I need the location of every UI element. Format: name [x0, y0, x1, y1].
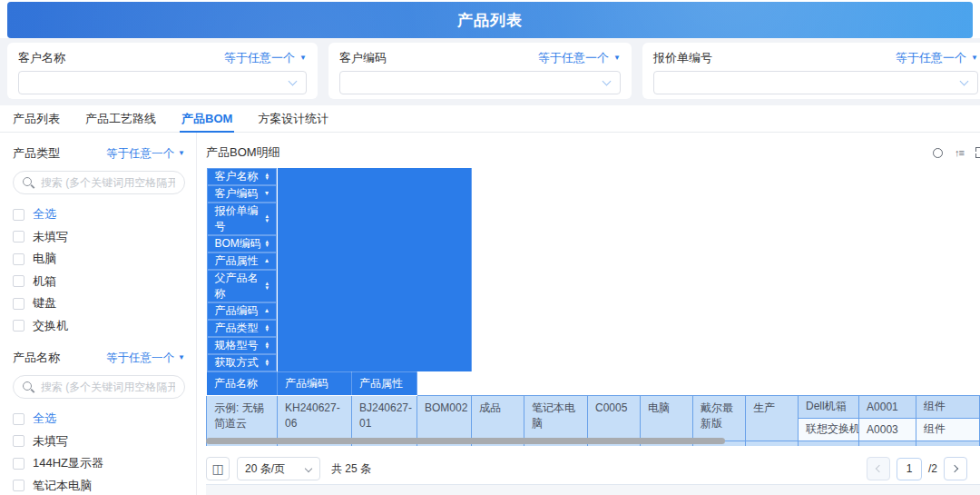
sort-asc-icon[interactable]: ▴: [265, 307, 269, 314]
child-table-cell: 组件: [916, 418, 980, 441]
option-label: 交换机: [33, 318, 68, 334]
tab-design-stats[interactable]: 方案设计统计: [258, 105, 328, 132]
sort-icon[interactable]: ▴▾: [265, 173, 269, 181]
filter-condition-dropdown[interactable]: 等于任意一个 ▼: [538, 50, 621, 66]
next-page-button[interactable]: [944, 457, 967, 480]
tab-product-list[interactable]: 产品列表: [13, 105, 60, 132]
bom-table-container: 客户名称▴▾客户编码▾报价单编号▴▾BOM编码▴▾产品属性▴父产品名称▴▾产品编…: [206, 167, 980, 446]
filter-condition-dropdown[interactable]: 等于任意一个 ▼: [224, 50, 307, 66]
sort-icon[interactable]: ▴▾: [265, 324, 269, 332]
checkbox[interactable]: [13, 231, 24, 243]
column-header[interactable]: 父产品名称▴▾: [207, 270, 278, 302]
sort-icon[interactable]: ▴▾: [265, 342, 269, 350]
checkbox[interactable]: [13, 413, 24, 425]
table-cell: 电脑: [641, 395, 693, 441]
filter-condition-dropdown[interactable]: 等于任意一个 ▼: [896, 50, 978, 66]
checkbox[interactable]: [13, 253, 24, 265]
option-label: 全选: [33, 206, 56, 223]
prev-page-button[interactable]: [867, 457, 890, 480]
child-table-cell: A0003: [859, 418, 916, 441]
fullscreen-icon[interactable]: [975, 147, 980, 158]
panel-footer-strip: [206, 484, 980, 495]
sort-icon[interactable]: ▴▾: [265, 359, 269, 367]
table-title: 产品BOM明细: [206, 144, 280, 161]
customer-name-select[interactable]: [18, 71, 307, 94]
column-header[interactable]: BOM编码▴▾: [207, 235, 278, 252]
checkbox-option[interactable]: 笔记本电脑: [13, 475, 185, 495]
content-area: 产品类型 等于任意一个 ▼ 全选未填写电脑机箱键盘交换机 产品名称 等于任意一个…: [0, 133, 980, 495]
chevron-right-icon: [950, 465, 957, 472]
filter-sidebar: 产品类型 等于任意一个 ▼ 全选未填写电脑机箱键盘交换机 产品名称 等于任意一个…: [0, 133, 196, 495]
column-header[interactable]: 报价单编号▴▾: [207, 203, 278, 235]
table-cell: 成品: [472, 395, 524, 441]
child-column-header[interactable]: 产品编码: [278, 371, 352, 395]
checkbox-option[interactable]: 全选: [13, 203, 185, 226]
option-label: 全选: [33, 411, 56, 427]
checkbox[interactable]: [13, 209, 24, 221]
customer-code-select[interactable]: [339, 71, 621, 94]
filter-strip: 客户名称 等于任意一个 ▼ 客户编码 等于任意一个 ▼ 报价单编号 等于任意一个: [0, 38, 980, 105]
section-condition-dropdown[interactable]: 等于任意一个 ▼: [106, 351, 185, 366]
column-header[interactable]: 产品属性▴: [207, 252, 278, 270]
tab-product-bom[interactable]: 产品BOM: [181, 105, 232, 132]
chevron-down-icon: [603, 77, 612, 86]
refresh-icon[interactable]: [933, 148, 943, 158]
product-name-options: 全选未填写144HZ显示器笔记本电脑雷蛇键盘雷蛇鼠标: [13, 408, 185, 495]
checkbox[interactable]: [13, 298, 24, 310]
column-header[interactable]: 客户名称▴▾: [207, 168, 278, 185]
filter-label: 报价单编号: [653, 50, 712, 66]
column-settings-button[interactable]: ◫: [206, 457, 230, 480]
search-input[interactable]: [41, 381, 175, 393]
product-type-search: [13, 171, 185, 194]
table-row: 示例: 无锡简道云KH240627-06BJ240627-01BOM002成品笔…: [207, 395, 980, 418]
checkbox-option[interactable]: 键盘: [13, 292, 185, 315]
column-header[interactable]: 客户编码▾: [207, 185, 278, 203]
sort-icon[interactable]: ▴▾: [265, 240, 269, 248]
caret-down-icon: ▼: [299, 54, 307, 62]
checkbox[interactable]: [13, 275, 24, 287]
checkbox-option[interactable]: 电脑: [13, 248, 185, 271]
chevron-down-icon: [960, 77, 969, 86]
checkbox-option[interactable]: 未填写: [13, 226, 185, 249]
checkbox-option[interactable]: 全选: [13, 408, 185, 431]
checkbox-option[interactable]: 144HZ显示器: [13, 452, 185, 475]
filter-card-customer-code: 客户编码 等于任意一个 ▼: [328, 43, 632, 99]
column-sort-icon[interactable]: ↑≡: [955, 148, 964, 158]
checkbox[interactable]: [13, 435, 24, 447]
sort-icon[interactable]: ▴▾: [265, 214, 269, 223]
page-size-select[interactable]: 20 条/页: [237, 457, 320, 480]
column-header[interactable]: 获取方式▴▾: [207, 354, 278, 371]
column-header[interactable]: 规格型号▴▾: [207, 337, 278, 354]
tab-process-route[interactable]: 产品工艺路线: [85, 105, 156, 132]
quote-number-select[interactable]: [653, 71, 978, 94]
pagination-bar: ◫ 20 条/页 共 25 条 /2: [206, 446, 980, 484]
filter-dropdown-icon[interactable]: ▾: [265, 190, 269, 197]
section-condition-dropdown[interactable]: 等于任意一个 ▼: [106, 146, 185, 162]
checkbox-option[interactable]: 机箱: [13, 271, 185, 293]
checkbox[interactable]: [13, 480, 24, 491]
column-header[interactable]: 产品类型▴▾: [207, 320, 278, 337]
search-input[interactable]: [41, 176, 175, 189]
checkbox-option[interactable]: 交换机: [13, 315, 185, 338]
product-name-search: [13, 375, 185, 399]
page-number-input[interactable]: [897, 458, 922, 480]
sort-asc-icon[interactable]: ▴: [265, 257, 269, 264]
column-header[interactable]: 产品编码▴: [207, 302, 278, 320]
sort-icon[interactable]: ▴▾: [265, 282, 269, 290]
child-column-header[interactable]: 产品属性: [352, 371, 417, 395]
option-label: 未填写: [33, 433, 68, 450]
total-count: 共 25 条: [331, 461, 371, 477]
table-cell: 戴尔最新版: [693, 395, 746, 441]
caret-down-icon: ▼: [613, 54, 621, 62]
filter-label: 客户编码: [339, 50, 387, 66]
checkbox[interactable]: [13, 320, 24, 332]
checkbox-option[interactable]: 未填写: [13, 431, 185, 453]
horizontal-scrollbar[interactable]: [206, 438, 725, 444]
table-cell: KH240627-06: [278, 395, 352, 441]
table-cell: 生产: [746, 441, 799, 446]
checkbox[interactable]: [13, 458, 24, 470]
child-column-header[interactable]: 产品名称: [207, 371, 278, 395]
page-total: /2: [928, 462, 937, 475]
option-label: 笔记本电脑: [33, 478, 92, 494]
table-cell: BOM002: [417, 395, 472, 441]
